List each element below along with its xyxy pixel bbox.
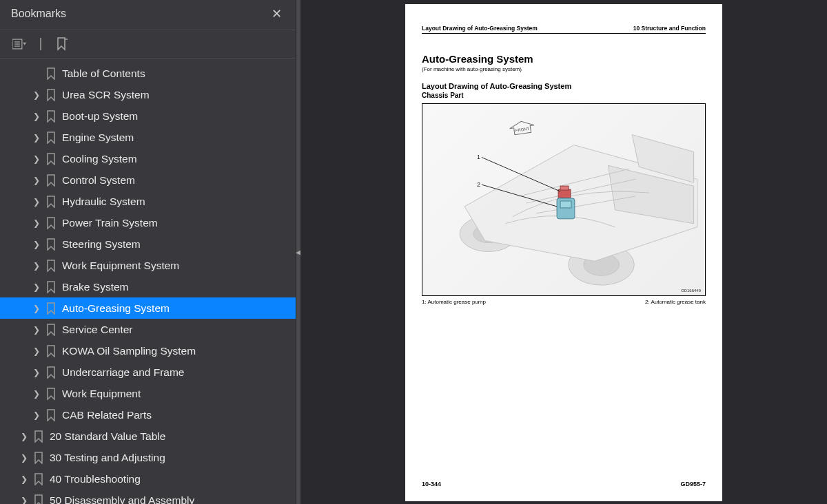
bookmark-label: Service Center	[62, 324, 133, 336]
chevron-right-icon[interactable]: ❯	[32, 218, 41, 228]
chevron-right-icon[interactable]: ❯	[32, 325, 41, 335]
bookmarks-toolbar	[0, 30, 296, 59]
bookmark-label: Table of Contents	[62, 67, 145, 80]
bookmark-icon	[33, 473, 44, 485]
callout-2: 2: Automatic grease tank	[645, 299, 706, 305]
chevron-right-icon[interactable]: ❯	[32, 368, 41, 377]
bookmark-label: Steering System	[62, 238, 141, 251]
chevron-right-icon[interactable]: ❯	[32, 90, 41, 100]
bookmark-item[interactable]: ❯Boot-up System	[0, 105, 296, 127]
bookmark-icon	[45, 110, 57, 123]
page-number: 10-344	[422, 481, 441, 487]
svg-text:1: 1	[477, 154, 480, 160]
chevron-right-icon[interactable]: ❯	[32, 240, 41, 249]
bookmark-item[interactable]: ❯KOWA Oil Sampling System	[0, 340, 296, 361]
bookmark-label: CAB Related Parts	[62, 409, 152, 421]
bookmarks-title: Bookmarks	[11, 8, 66, 20]
bookmark-icon	[45, 324, 57, 336]
bookmark-icon	[33, 452, 44, 464]
bookmark-label: Undercarriage and Frame	[62, 366, 184, 379]
bookmark-icon	[45, 153, 57, 165]
svg-text:FRONT: FRONT	[515, 127, 529, 133]
bookmark-item[interactable]: ❯Power Train System	[0, 212, 296, 233]
front-arrow: FRONT	[509, 120, 535, 136]
document-viewport[interactable]: Layout Drawing of Auto-Greasing System 1…	[300, 0, 827, 504]
bookmark-label: Urea SCR System	[62, 89, 150, 101]
close-icon[interactable]: ✕	[267, 3, 286, 24]
callout-1: 1: Automatic grease pump	[422, 299, 486, 305]
bookmark-label: Boot-up System	[62, 110, 138, 123]
bookmark-label: Cooling System	[62, 153, 137, 165]
chevron-right-icon[interactable]: ❯	[32, 410, 41, 420]
chevron-right-icon[interactable]: ❯	[32, 346, 41, 356]
bookmark-item[interactable]: ❯CAB Related Parts	[0, 404, 296, 426]
bookmark-label: Power Train System	[62, 217, 158, 229]
bookmark-label: 50 Disassembly and Assembly	[50, 494, 194, 505]
chevron-right-icon[interactable]: ❯	[32, 304, 41, 313]
svg-rect-19	[560, 186, 569, 190]
bookmark-icon	[33, 430, 44, 443]
bookmark-label: 40 Troubleshooting	[50, 473, 141, 485]
bookmark-label: Engine System	[62, 132, 134, 144]
bookmark-label: Auto-Greasing System	[62, 302, 170, 315]
bookmark-label: Hydraulic System	[62, 196, 145, 208]
svg-text:2: 2	[477, 181, 480, 188]
bookmark-label: Work Equipment	[62, 388, 141, 400]
bookmark-label: Brake System	[62, 281, 128, 293]
bookmark-item[interactable]: ❯Cooling System	[0, 148, 296, 169]
chevron-right-icon[interactable]: ❯	[19, 453, 29, 463]
bookmark-icon	[45, 132, 57, 144]
page-header-left: Layout Drawing of Auto-Greasing System	[422, 25, 538, 32]
bookmark-label: Work Equipment System	[62, 260, 179, 272]
svg-marker-4	[23, 43, 26, 45]
bookmark-icon	[45, 238, 57, 251]
bookmark-item[interactable]: ❯Urea SCR System	[0, 84, 296, 105]
bookmark-item[interactable]: ❯Hydraulic System	[0, 191, 296, 212]
bookmark-icon	[45, 89, 57, 101]
bookmark-item[interactable]: ❯40 Troubleshooting	[0, 468, 296, 490]
chevron-right-icon[interactable]: ❯	[19, 432, 29, 441]
chevron-right-icon[interactable]: ❯	[32, 133, 41, 143]
bookmark-item[interactable]: ❯Brake System	[0, 276, 296, 297]
options-icon[interactable]	[12, 37, 26, 51]
bookmark-icon	[45, 302, 57, 315]
bookmark-icon	[45, 217, 57, 229]
bookmark-icon	[45, 67, 57, 80]
bookmark-item[interactable]: ❯Undercarriage and Frame	[0, 361, 296, 383]
bookmark-label: 20 Standard Value Table	[50, 430, 165, 443]
pdf-page: Layout Drawing of Auto-Greasing System 1…	[405, 4, 722, 501]
bookmark-item[interactable]: ❯Auto-Greasing System	[0, 297, 296, 319]
chevron-right-icon[interactable]: ❯	[32, 389, 41, 399]
bookmark-item[interactable]: ❯20 Standard Value Table	[0, 426, 296, 447]
chevron-right-icon[interactable]: ❯	[32, 154, 41, 164]
chevron-right-icon[interactable]: ❯	[19, 474, 29, 484]
bookmark-item[interactable]: ❯Engine System	[0, 127, 296, 148]
diagram-figure: FRONT 1 2 GD166449	[422, 103, 706, 296]
diagram-id: GD166449	[681, 288, 701, 293]
chevron-right-icon[interactable]: ❯	[32, 261, 41, 271]
chevron-right-icon[interactable]: ❯	[32, 176, 41, 185]
svg-rect-18	[558, 189, 571, 198]
bookmark-item[interactable]: ❯Service Center	[0, 319, 296, 340]
bookmark-item[interactable]: ❯Work Equipment	[0, 383, 296, 404]
bookmark-item[interactable]: ❯50 Disassembly and Assembly	[0, 490, 296, 504]
model-number: GD955-7	[680, 481, 706, 487]
toolbar-divider	[40, 38, 41, 50]
bookmarks-tree[interactable]: ❯Table of Contents❯Urea SCR System❯Boot-…	[0, 59, 296, 504]
chevron-right-icon[interactable]: ❯	[32, 197, 41, 207]
bookmark-item[interactable]: ❯Table of Contents	[0, 63, 296, 84]
current-bookmark-icon[interactable]	[55, 37, 69, 51]
chevron-right-icon[interactable]: ❯	[32, 282, 41, 292]
chevron-right-icon[interactable]: ❯	[32, 112, 41, 121]
chevron-right-icon[interactable]: ❯	[19, 496, 29, 505]
bookmark-item[interactable]: ❯Steering System	[0, 233, 296, 255]
chassis-diagram: FRONT 1 2	[422, 104, 705, 295]
page-heading-2: Layout Drawing of Auto-Greasing System	[422, 82, 706, 90]
bookmark-icon	[45, 345, 57, 357]
bookmark-icon	[45, 281, 57, 293]
bookmark-item[interactable]: ❯30 Testing and Adjusting	[0, 447, 296, 468]
bookmark-item[interactable]: ❯Control System	[0, 169, 296, 191]
bookmarks-panel: Bookmarks ✕ ❯Table of Contents❯Urea SCR …	[0, 0, 296, 504]
bookmark-item[interactable]: ❯Work Equipment System	[0, 255, 296, 276]
page-subtitle: (For machine with auto-greasing system)	[422, 66, 706, 72]
